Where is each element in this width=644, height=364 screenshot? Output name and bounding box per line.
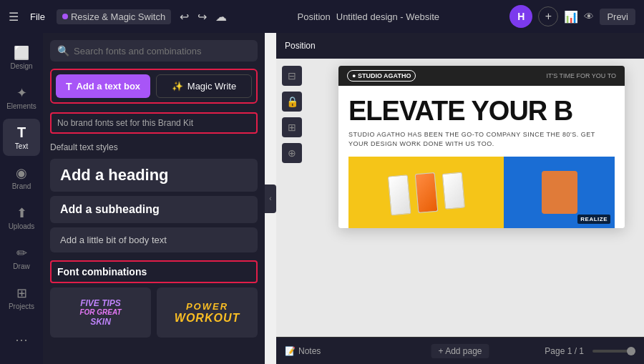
sidebar-item-more[interactable]: ⋯ [3, 321, 40, 358]
canvas-toolbar: Position [276, 33, 644, 59]
undo-button[interactable]: ↩ [177, 9, 192, 25]
magic-write-icon: ✨ [172, 81, 183, 92]
sidebar-item-label: Brand [12, 182, 31, 190]
font-combo-card-1[interactable]: FIVE TIPS FOR GREAT SKIN [50, 287, 151, 338]
sidebar-item-label: Elements [6, 102, 36, 110]
realize-badge: REALIZE [577, 215, 610, 224]
zoom-thumb[interactable] [627, 347, 635, 355]
brand-icon: ◉ [16, 165, 27, 181]
file-menu[interactable]: File [24, 9, 51, 25]
chevron-left-icon: ‹ [269, 195, 271, 202]
position-label[interactable]: Position [285, 41, 316, 51]
icon-sidebar: ⬜ Design ✦ Elements T Text ◉ Brand ⬆ Upl… [0, 33, 43, 364]
analytics-icon[interactable]: 📊 [564, 10, 578, 24]
notes-icon: 📝 [285, 346, 296, 356]
layers-tool[interactable]: ⊟ [282, 66, 302, 86]
heading-style-item[interactable]: Add a heading [50, 159, 258, 192]
food-container [542, 171, 577, 214]
font-combo-card-2[interactable]: POWER WORKOUT [157, 287, 258, 338]
avatar[interactable]: H [509, 5, 532, 28]
body-style-item[interactable]: Add a little bit of body text [50, 227, 258, 252]
product-box-1 [387, 174, 411, 215]
hamburger-icon[interactable]: ☰ [9, 10, 19, 24]
more-icon: ⋯ [15, 332, 28, 348]
body-text: Add a little bit of body text [60, 235, 167, 245]
canvas-workspace: ⊟ 🔒 ⊞ ⊕ ● STUDIO AGATHO IT'S TIME FOR YO… [276, 59, 644, 337]
design-title[interactable]: Position [298, 11, 331, 22]
product-box-2 [414, 172, 438, 213]
sidebar-item-brand[interactable]: ◉ Brand [3, 159, 40, 196]
subheading-text: Add a subheading [60, 203, 160, 215]
main-layout: ⬜ Design ✦ Elements T Text ◉ Brand ⬆ Upl… [0, 33, 644, 364]
canvas-tagline: IT'S TIME FOR YOU TO [546, 72, 616, 79]
add-text-box-button[interactable]: T Add a text box [56, 74, 150, 98]
add-collaborator-button[interactable]: + [538, 6, 558, 26]
canvas-area: Position ⊟ 🔒 ⊞ ⊕ ● STUDIO AGATHO IT'S TI… [276, 33, 644, 364]
sidebar-item-design[interactable]: ⬜ Design [3, 39, 40, 76]
projects-icon: ⊞ [16, 285, 27, 301]
add-text-box-label: Add a text box [76, 81, 140, 92]
preview-button[interactable]: Previ [600, 9, 635, 25]
sidebar-item-uploads[interactable]: ⬆ Uploads [3, 199, 40, 236]
design-canvas: ● STUDIO AGATHO IT'S TIME FOR YOU TO ELE… [338, 66, 625, 228]
breadcrumb-label: Resize & Magic Switch [71, 11, 165, 22]
default-styles-label: Default text styles [50, 142, 258, 152]
canvas-images: REALIZE [348, 157, 615, 228]
page-info: Page 1 / 1 [545, 346, 584, 356]
canvas-hero: ELEVATE YOUR B STUDIO AGATHO HAS BEEN TH… [338, 86, 625, 228]
sidebar-item-label: Text [15, 142, 28, 150]
notes-label: Notes [298, 346, 321, 356]
action-buttons-group: T Add a text box ✨ Magic Write [50, 69, 258, 104]
hero-subtitle: STUDIO AGATHO HAS BEEN THE GO-TO COMPANY… [348, 130, 615, 148]
notes-button[interactable]: 📝 Notes [285, 346, 321, 356]
hero-title: ELEVATE YOUR B [348, 97, 615, 124]
search-icon: 🔍 [57, 45, 69, 56]
panel-collapse-handle[interactable]: ‹ [265, 185, 276, 213]
search-bar[interactable]: 🔍 [50, 40, 258, 62]
sidebar-item-text[interactable]: T Text [3, 119, 40, 156]
untitled-design: Untitled design - Website [336, 11, 439, 22]
studio-badge: ● STUDIO AGATHO [347, 70, 416, 82]
bottom-bar: 📝 Notes + Add page Page 1 / 1 [276, 337, 644, 364]
canvas-tools: ⊟ 🔒 ⊞ ⊕ [282, 66, 302, 163]
sidebar-item-draw[interactable]: ✏ Draw [3, 239, 40, 276]
canvas-image-left [348, 157, 504, 228]
heading-text: Add a heading [60, 166, 169, 184]
combo2-text: POWER WORKOUT [175, 301, 240, 325]
breadcrumb[interactable]: Resize & Magic Switch [57, 9, 171, 24]
sidebar-item-label: Design [10, 62, 32, 70]
cloud-save-icon: ☁ [215, 10, 227, 24]
no-brand-text: No brand fonts set for this Brand Kit [57, 118, 193, 128]
crop-tool[interactable]: ⊞ [282, 117, 302, 137]
redo-button[interactable]: ↪ [195, 9, 210, 25]
magic-write-label: Magic Write [187, 81, 236, 92]
topbar: ☰ File Resize & Magic Switch ↩ ↪ ☁ Posit… [0, 0, 644, 33]
topbar-center: Position Untitled design - Website [233, 11, 504, 22]
text-box-icon: T [66, 81, 72, 92]
design-icon: ⬜ [14, 45, 29, 61]
zoom-slider [592, 350, 635, 353]
no-brand-notice: No brand fonts set for this Brand Kit [50, 112, 258, 134]
text-icon: T [17, 124, 26, 141]
combo1-text: FIVE TIPS FOR GREAT SKIN [79, 298, 121, 328]
add-page-button[interactable]: + Add page [431, 344, 489, 358]
sidebar-item-label: Uploads [9, 222, 35, 230]
topbar-left: ☰ File Resize & Magic Switch ↩ ↪ ☁ [9, 9, 227, 25]
product-boxes [385, 169, 467, 215]
search-input[interactable] [74, 46, 250, 56]
add-element-tool[interactable]: ⊕ [282, 143, 302, 163]
text-panel: 🔍 T Add a text box ✨ Magic Write No bran… [43, 33, 265, 364]
lock-tool[interactable]: 🔒 [282, 92, 302, 112]
topbar-right: H + 📊 👁 Previ [509, 5, 635, 28]
sidebar-item-projects[interactable]: ⊞ Projects [3, 279, 40, 316]
draw-icon: ✏ [16, 245, 27, 261]
undo-redo-group: ↩ ↪ [177, 9, 210, 25]
subheading-style-item[interactable]: Add a subheading [50, 196, 258, 223]
canvas-header-bar: ● STUDIO AGATHO IT'S TIME FOR YOU TO [338, 66, 625, 86]
canvas-image-right: REALIZE [504, 157, 615, 228]
sidebar-item-elements[interactable]: ✦ Elements [3, 79, 40, 116]
zoom-track[interactable] [592, 350, 635, 353]
magic-write-button[interactable]: ✨ Magic Write [156, 74, 252, 98]
uploads-icon: ⬆ [16, 205, 27, 221]
sidebar-item-label: Draw [13, 262, 29, 270]
